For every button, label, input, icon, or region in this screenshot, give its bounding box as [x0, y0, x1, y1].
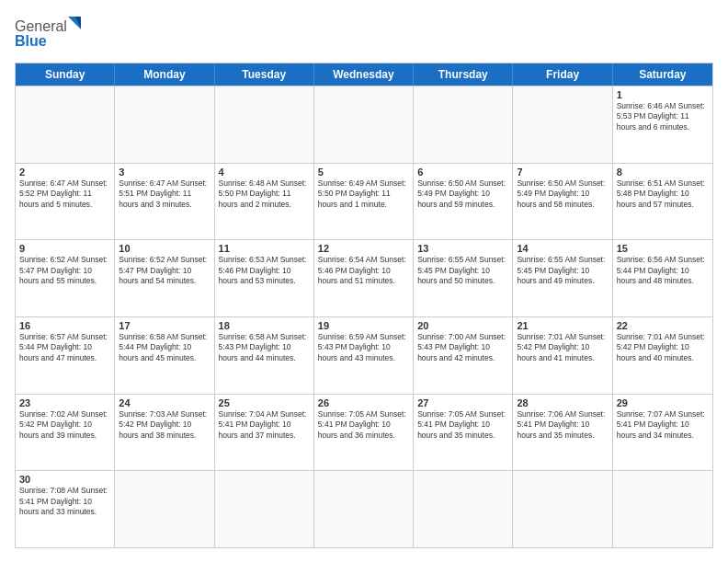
day-info: Sunrise: 7:05 AM Sunset: 5:41 PM Dayligh…: [318, 409, 409, 441]
calendar-day-empty: [314, 471, 414, 547]
day-number: 17: [119, 320, 210, 331]
calendar-day-16: 16Sunrise: 6:57 AM Sunset: 5:44 PM Dayli…: [16, 317, 115, 394]
calendar-body: 1Sunrise: 6:46 AM Sunset: 5:53 PM Daylig…: [16, 86, 712, 547]
day-info: Sunrise: 7:01 AM Sunset: 5:42 PM Dayligh…: [617, 332, 709, 363]
day-header-tuesday: Tuesday: [215, 63, 314, 86]
calendar-week-2: 2Sunrise: 6:47 AM Sunset: 5:52 PM Daylig…: [16, 163, 712, 240]
day-info: Sunrise: 7:03 AM Sunset: 5:42 PM Dayligh…: [119, 409, 210, 441]
day-info: Sunrise: 7:08 AM Sunset: 5:41 PM Dayligh…: [19, 486, 110, 517]
day-info: Sunrise: 6:46 AM Sunset: 5:53 PM Dayligh…: [617, 101, 709, 132]
calendar-day-7: 7Sunrise: 6:50 AM Sunset: 5:49 PM Daylig…: [513, 164, 612, 240]
day-number: 15: [617, 243, 709, 254]
day-number: 20: [417, 320, 508, 331]
calendar-header-row: SundayMondayTuesdayWednesdayThursdayFrid…: [16, 63, 712, 86]
day-number: 3: [119, 167, 210, 178]
calendar-day-29: 29Sunrise: 7:07 AM Sunset: 5:41 PM Dayli…: [613, 395, 712, 471]
calendar-day-30: 30Sunrise: 7:08 AM Sunset: 5:41 PM Dayli…: [16, 471, 115, 547]
logo-svg: GeneralBlue: [15, 15, 88, 55]
day-number: 25: [219, 397, 310, 408]
calendar-day-15: 15Sunrise: 6:56 AM Sunset: 5:44 PM Dayli…: [613, 240, 712, 316]
calendar-day-13: 13Sunrise: 6:55 AM Sunset: 5:45 PM Dayli…: [414, 240, 513, 316]
day-info: Sunrise: 7:04 AM Sunset: 5:41 PM Dayligh…: [219, 409, 310, 441]
day-number: 14: [517, 243, 608, 254]
calendar-day-empty: [513, 471, 612, 547]
svg-text:General: General: [15, 18, 67, 34]
day-number: 22: [617, 320, 709, 331]
logo: GeneralBlue: [15, 15, 88, 55]
day-header-thursday: Thursday: [414, 63, 513, 86]
calendar-day-18: 18Sunrise: 6:58 AM Sunset: 5:43 PM Dayli…: [215, 317, 314, 394]
calendar-day-23: 23Sunrise: 7:02 AM Sunset: 5:42 PM Dayli…: [16, 395, 115, 471]
calendar-week-5: 23Sunrise: 7:02 AM Sunset: 5:42 PM Dayli…: [16, 394, 712, 471]
day-info: Sunrise: 6:52 AM Sunset: 5:47 PM Dayligh…: [19, 255, 110, 286]
day-number: 5: [318, 167, 409, 178]
day-info: Sunrise: 6:51 AM Sunset: 5:48 PM Dayligh…: [617, 178, 709, 210]
day-number: 21: [517, 320, 608, 331]
day-number: 9: [19, 243, 110, 254]
calendar-day-empty: [115, 471, 214, 547]
day-info: Sunrise: 6:48 AM Sunset: 5:50 PM Dayligh…: [219, 178, 310, 210]
day-info: Sunrise: 7:05 AM Sunset: 5:41 PM Dayligh…: [417, 409, 508, 441]
day-info: Sunrise: 6:49 AM Sunset: 5:50 PM Dayligh…: [318, 178, 409, 210]
day-info: Sunrise: 7:07 AM Sunset: 5:41 PM Dayligh…: [617, 409, 709, 441]
calendar-day-27: 27Sunrise: 7:05 AM Sunset: 5:41 PM Dayli…: [414, 395, 513, 471]
day-header-sunday: Sunday: [16, 63, 115, 86]
day-info: Sunrise: 6:57 AM Sunset: 5:44 PM Dayligh…: [19, 332, 110, 363]
calendar-week-6: 30Sunrise: 7:08 AM Sunset: 5:41 PM Dayli…: [16, 470, 712, 547]
calendar-day-empty: [414, 86, 513, 163]
calendar-week-1: 1Sunrise: 6:46 AM Sunset: 5:53 PM Daylig…: [16, 86, 712, 163]
day-number: 10: [119, 243, 210, 254]
day-info: Sunrise: 6:59 AM Sunset: 5:43 PM Dayligh…: [318, 332, 409, 363]
day-info: Sunrise: 7:01 AM Sunset: 5:42 PM Dayligh…: [517, 332, 608, 363]
day-info: Sunrise: 7:02 AM Sunset: 5:42 PM Dayligh…: [19, 409, 110, 441]
day-number: 2: [19, 167, 110, 178]
calendar-day-10: 10Sunrise: 6:52 AM Sunset: 5:47 PM Dayli…: [115, 240, 214, 316]
calendar-week-3: 9Sunrise: 6:52 AM Sunset: 5:47 PM Daylig…: [16, 239, 712, 316]
day-number: 1: [617, 89, 709, 100]
calendar-day-28: 28Sunrise: 7:06 AM Sunset: 5:41 PM Dayli…: [513, 395, 612, 471]
day-number: 18: [219, 320, 310, 331]
day-number: 24: [119, 397, 210, 408]
calendar-day-6: 6Sunrise: 6:50 AM Sunset: 5:49 PM Daylig…: [414, 164, 513, 240]
day-number: 30: [19, 474, 110, 485]
day-info: Sunrise: 6:55 AM Sunset: 5:45 PM Dayligh…: [417, 255, 508, 286]
day-number: 11: [219, 243, 310, 254]
calendar-day-empty: [115, 86, 214, 163]
day-number: 6: [417, 167, 508, 178]
calendar-day-14: 14Sunrise: 6:55 AM Sunset: 5:45 PM Dayli…: [513, 240, 612, 316]
day-info: Sunrise: 6:47 AM Sunset: 5:52 PM Dayligh…: [19, 178, 110, 210]
day-header-friday: Friday: [513, 63, 612, 86]
calendar-day-11: 11Sunrise: 6:53 AM Sunset: 5:46 PM Dayli…: [215, 240, 314, 316]
calendar-day-empty: [215, 86, 314, 163]
day-info: Sunrise: 6:55 AM Sunset: 5:45 PM Dayligh…: [517, 255, 608, 286]
calendar-day-5: 5Sunrise: 6:49 AM Sunset: 5:50 PM Daylig…: [314, 164, 414, 240]
svg-text:Blue: Blue: [15, 33, 47, 49]
day-info: Sunrise: 6:52 AM Sunset: 5:47 PM Dayligh…: [119, 255, 210, 286]
calendar-day-12: 12Sunrise: 6:54 AM Sunset: 5:46 PM Dayli…: [314, 240, 414, 316]
day-number: 16: [19, 320, 110, 331]
calendar-day-3: 3Sunrise: 6:47 AM Sunset: 5:51 PM Daylig…: [115, 164, 214, 240]
day-header-saturday: Saturday: [613, 63, 712, 86]
day-number: 7: [517, 167, 608, 178]
day-number: 27: [417, 397, 508, 408]
day-info: Sunrise: 6:50 AM Sunset: 5:49 PM Dayligh…: [517, 178, 608, 210]
calendar-day-22: 22Sunrise: 7:01 AM Sunset: 5:42 PM Dayli…: [613, 317, 712, 394]
day-header-wednesday: Wednesday: [314, 63, 414, 86]
calendar: SundayMondayTuesdayWednesdayThursdayFrid…: [15, 63, 713, 548]
day-info: Sunrise: 6:58 AM Sunset: 5:44 PM Dayligh…: [119, 332, 210, 363]
calendar-day-8: 8Sunrise: 6:51 AM Sunset: 5:48 PM Daylig…: [613, 164, 712, 240]
day-number: 28: [517, 397, 608, 408]
day-number: 19: [318, 320, 409, 331]
calendar-day-17: 17Sunrise: 6:58 AM Sunset: 5:44 PM Dayli…: [115, 317, 214, 394]
day-info: Sunrise: 6:58 AM Sunset: 5:43 PM Dayligh…: [219, 332, 310, 363]
calendar-day-9: 9Sunrise: 6:52 AM Sunset: 5:47 PM Daylig…: [16, 240, 115, 316]
page-header: GeneralBlue: [15, 15, 713, 55]
calendar-day-25: 25Sunrise: 7:04 AM Sunset: 5:41 PM Dayli…: [215, 395, 314, 471]
calendar-day-empty: [16, 86, 115, 163]
calendar-day-26: 26Sunrise: 7:05 AM Sunset: 5:41 PM Dayli…: [314, 395, 414, 471]
day-info: Sunrise: 6:56 AM Sunset: 5:44 PM Dayligh…: [617, 255, 709, 286]
calendar-day-19: 19Sunrise: 6:59 AM Sunset: 5:43 PM Dayli…: [314, 317, 414, 394]
day-number: 13: [417, 243, 508, 254]
day-info: Sunrise: 6:47 AM Sunset: 5:51 PM Dayligh…: [119, 178, 210, 210]
day-number: 4: [219, 167, 310, 178]
